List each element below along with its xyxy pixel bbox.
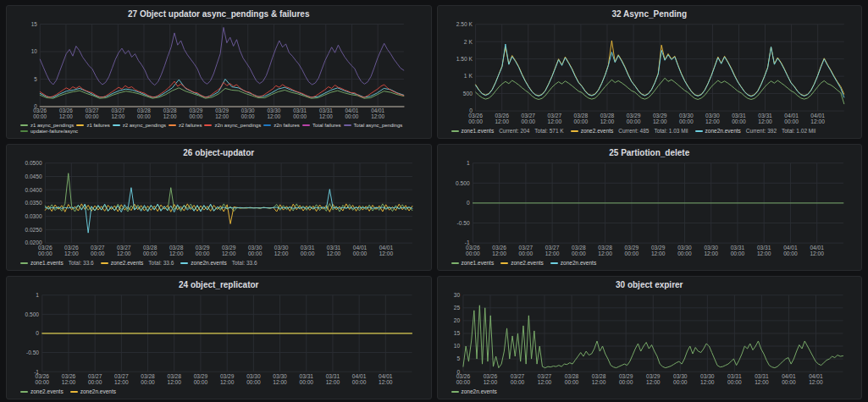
x-tick-time: 00:00: [468, 118, 483, 124]
legend-item[interactable]: zone2.events: [500, 260, 544, 266]
panel-title[interactable]: 30 object expirer: [438, 277, 862, 291]
legend-swatch-icon: [550, 262, 558, 264]
x-tick-time: 12:00: [326, 379, 340, 385]
x-tick-date: 04/01: [783, 245, 798, 251]
legend-item[interactable]: zone1.eventsCurrent: 204Total: 571 K: [451, 128, 564, 134]
x-tick-time: 00:00: [677, 251, 692, 256]
legend-item[interactable]: z2n failures: [263, 123, 300, 128]
legend-item[interactable]: zone2n.events: [70, 388, 116, 394]
x-tick-date: 03/29: [194, 373, 208, 379]
legend-item[interactable]: zone1.eventsTotal: 33.6: [20, 260, 94, 266]
time-series-chart[interactable]: -1-0.5000.500103/2600:0003/2612:0003/270…: [7, 291, 431, 388]
x-tick-date: 03/28: [167, 373, 181, 379]
legend-item[interactable]: Total failures: [302, 123, 341, 128]
x-tick-date: 03/31: [319, 107, 333, 113]
legend-swatch-icon: [180, 262, 188, 264]
x-tick-time: 12:00: [167, 379, 181, 385]
legend-item[interactable]: zone1.events: [451, 260, 495, 266]
legend-item[interactable]: z1 failures: [76, 123, 109, 128]
x-tick-date: 03/31: [301, 245, 315, 251]
legend-item[interactable]: zone2.eventsTotal: 33.6: [101, 260, 174, 266]
legend-item[interactable]: z2n async_pendings: [204, 123, 261, 128]
legend-item[interactable]: z1 async_pendings: [20, 123, 74, 128]
legend-item[interactable]: zone2n.eventsTotal: 33.6: [180, 260, 257, 266]
legend-swatch-icon: [20, 124, 28, 126]
x-tick-date: 03/27: [518, 245, 533, 251]
x-tick-time: 00:00: [732, 118, 746, 124]
x-tick-date: 03/29: [189, 107, 202, 113]
y-tick-label: 0.0250: [25, 227, 42, 233]
legend-swatch-icon: [169, 124, 176, 126]
x-tick-time: 00:00: [510, 379, 524, 385]
x-tick-date: 03/31: [326, 373, 340, 379]
x-tick-date: 03/28: [600, 113, 614, 118]
chart-area[interactable]: 0.02000.02500.03000.03500.04000.04500.05…: [7, 159, 431, 259]
x-tick-time: 12:00: [591, 379, 605, 385]
x-tick-time: 00:00: [91, 251, 105, 256]
legend-series-label: z2 async_pendings: [123, 123, 166, 128]
legend-item[interactable]: zone2n.eventsCurrent: 392Total: 1.02 Mil: [695, 128, 816, 134]
legend-item[interactable]: z2 async_pendings: [113, 123, 166, 128]
x-tick-date: 03/31: [732, 113, 746, 118]
x-tick-date: 03/28: [163, 107, 177, 113]
panel-title[interactable]: 27 Object updator async_pendings & failu…: [7, 6, 431, 20]
legend-item[interactable]: Total async_pendings: [344, 123, 403, 128]
x-tick-time: 12:00: [215, 113, 229, 119]
legend-series-metric: Total: 1.03 Mil: [654, 128, 688, 134]
chart-area[interactable]: 05101520253003/2600:0003/2612:0003/2700:…: [438, 291, 862, 388]
time-series-chart[interactable]: 05101520253003/2600:0003/2612:0003/2700:…: [438, 291, 862, 388]
x-tick-time: 12:00: [600, 118, 614, 124]
x-tick-date: 03/28: [564, 373, 578, 379]
legend-series-label: Total failures: [312, 123, 341, 128]
x-tick-time: 12:00: [810, 251, 824, 256]
chart-area[interactable]: -1-0.5000.500103/2600:0003/2612:0003/270…: [438, 159, 862, 259]
x-tick-time: 12:00: [371, 113, 384, 119]
legend-swatch-icon: [451, 391, 459, 393]
x-tick-date: 03/30: [274, 245, 289, 251]
legend-item[interactable]: zone2n.events: [451, 388, 497, 394]
x-tick-date: 03/30: [241, 107, 255, 113]
chart-area[interactable]: 05001 K1.50 K2 K2.50 K03/2600:0003/2612:…: [438, 20, 862, 127]
x-tick-date: 04/01: [371, 107, 384, 113]
legend-swatch-icon: [451, 130, 459, 132]
x-tick-time: 00:00: [784, 118, 799, 124]
panel-title[interactable]: 26 object-updator: [7, 145, 431, 159]
x-tick-date: 03/27: [547, 113, 561, 118]
x-tick-time: 00:00: [141, 379, 155, 385]
legend: zone2.eventszone2n.events: [7, 388, 431, 399]
chart-area[interactable]: -1-0.5000.500103/2600:0003/2612:0003/270…: [7, 291, 431, 388]
x-tick-date: 03/31: [755, 373, 769, 379]
x-tick-date: 03/27: [521, 113, 535, 118]
legend-item[interactable]: z2 failures: [169, 123, 202, 128]
x-tick-date: 04/01: [784, 113, 799, 118]
x-tick-time: 12:00: [758, 118, 772, 124]
time-series-chart[interactable]: -1-0.5000.500103/2600:0003/2612:0003/270…: [438, 159, 862, 259]
x-tick-date: 03/29: [196, 245, 210, 251]
legend-item[interactable]: zone2n.events: [550, 260, 596, 266]
legend-item[interactable]: updater-failure/async: [20, 129, 78, 134]
panel-title[interactable]: 24 object_replicator: [7, 277, 431, 291]
x-tick-time: 00:00: [248, 251, 263, 256]
time-series-chart[interactable]: 05101503/2600:0003/2612:0003/2700:0003/2…: [7, 20, 431, 122]
chart-area[interactable]: 05101503/2600:0003/2612:0003/2700:0003/2…: [7, 20, 431, 122]
legend-series-label: zone2n.events: [80, 388, 116, 394]
panel-title[interactable]: 32 Async_Pending: [438, 6, 862, 20]
legend-series-label: zone1.events: [462, 128, 495, 134]
legend-item[interactable]: zone2.events: [20, 388, 64, 394]
x-tick-time: 12:00: [755, 379, 769, 385]
x-tick-date: 03/29: [215, 107, 229, 113]
time-series-chart[interactable]: 0.02000.02500.03000.03500.04000.04500.05…: [7, 159, 431, 259]
legend-series-label: zone2n.events: [705, 128, 741, 134]
x-tick-time: 12:00: [646, 379, 661, 385]
legend-item[interactable]: zone2.eventsCurrent: 485Total: 1.03 Mil: [571, 128, 688, 134]
y-tick-label: 1: [466, 160, 469, 166]
x-tick-date: 03/31: [300, 373, 314, 379]
legend-swatch-icon: [344, 124, 351, 126]
panel-title[interactable]: 25 Partiotion_delete: [438, 145, 862, 159]
y-tick-label: 0.0400: [25, 187, 42, 193]
x-tick-date: 03/28: [143, 245, 158, 251]
x-tick-date: 03/28: [137, 107, 151, 113]
x-tick-date: 03/27: [111, 107, 124, 113]
time-series-chart[interactable]: 05001 K1.50 K2 K2.50 K03/2600:0003/2612:…: [438, 20, 862, 127]
x-tick-time: 00:00: [727, 379, 742, 385]
